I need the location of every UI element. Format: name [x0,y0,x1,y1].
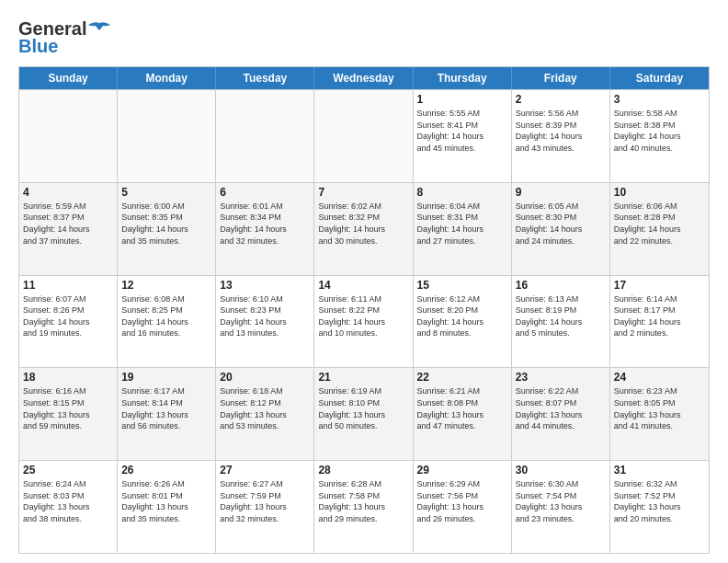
day-info: Sunrise: 5:55 AM Sunset: 8:41 PM Dayligh… [417,108,507,154]
day-info: Sunrise: 6:13 AM Sunset: 8:19 PM Dayligh… [516,293,606,339]
logo-bird-icon [86,21,112,38]
day-info: Sunrise: 6:30 AM Sunset: 7:54 PM Dayligh… [516,478,606,524]
day-info: Sunrise: 6:00 AM Sunset: 8:35 PM Dayligh… [121,201,211,247]
day-info: Sunrise: 6:05 AM Sunset: 8:30 PM Dayligh… [516,201,606,247]
day-info: Sunrise: 6:27 AM Sunset: 7:59 PM Dayligh… [220,478,310,524]
calendar-header-row: SundayMondayTuesdayWednesdayThursdayFrid… [19,67,709,89]
day-info: Sunrise: 6:02 AM Sunset: 8:32 PM Dayligh… [318,201,408,247]
cal-cell: 18Sunrise: 6:16 AM Sunset: 8:15 PM Dayli… [19,368,118,460]
day-number: 28 [318,464,408,477]
day-number: 4 [23,186,113,199]
cal-cell: 4Sunrise: 5:59 AM Sunset: 8:37 PM Daylig… [19,183,118,275]
day-info: Sunrise: 6:18 AM Sunset: 8:12 PM Dayligh… [220,385,310,431]
cal-cell: 10Sunrise: 6:06 AM Sunset: 8:28 PM Dayli… [610,183,709,275]
day-number: 24 [614,371,705,384]
cal-cell: 17Sunrise: 6:14 AM Sunset: 8:17 PM Dayli… [610,276,709,368]
day-info: Sunrise: 5:56 AM Sunset: 8:39 PM Dayligh… [516,108,606,154]
cal-cell: 15Sunrise: 6:12 AM Sunset: 8:20 PM Dayli… [414,276,512,368]
cal-cell: 22Sunrise: 6:21 AM Sunset: 8:08 PM Dayli… [414,368,512,460]
cal-week-4: 18Sunrise: 6:16 AM Sunset: 8:15 PM Dayli… [19,367,709,460]
cal-cell: 9Sunrise: 6:05 AM Sunset: 8:30 PM Daylig… [512,183,610,275]
day-number: 2 [516,93,606,106]
cal-cell: 1Sunrise: 5:55 AM Sunset: 8:41 PM Daylig… [414,90,512,182]
day-number: 11 [23,279,113,292]
day-number: 12 [121,279,211,292]
cal-cell: 5Sunrise: 6:00 AM Sunset: 8:35 PM Daylig… [118,183,216,275]
cal-cell: 16Sunrise: 6:13 AM Sunset: 8:19 PM Dayli… [512,276,610,368]
day-info: Sunrise: 6:12 AM Sunset: 8:20 PM Dayligh… [417,293,507,339]
day-info: Sunrise: 6:07 AM Sunset: 8:26 PM Dayligh… [23,293,113,339]
day-info: Sunrise: 6:11 AM Sunset: 8:22 PM Dayligh… [318,293,408,339]
day-info: Sunrise: 6:14 AM Sunset: 8:17 PM Dayligh… [614,293,705,339]
day-number: 16 [516,279,606,292]
cal-header-thursday: Thursday [414,67,512,89]
day-info: Sunrise: 6:28 AM Sunset: 7:58 PM Dayligh… [318,478,408,524]
cal-cell: 13Sunrise: 6:10 AM Sunset: 8:23 PM Dayli… [216,276,314,368]
cal-cell: 3Sunrise: 5:58 AM Sunset: 8:38 PM Daylig… [610,90,709,182]
cal-header-friday: Friday [512,67,610,89]
cal-cell: 14Sunrise: 6:11 AM Sunset: 8:22 PM Dayli… [314,276,413,368]
cal-cell: 28Sunrise: 6:28 AM Sunset: 7:58 PM Dayli… [314,461,413,553]
cal-cell: 25Sunrise: 6:24 AM Sunset: 8:03 PM Dayli… [19,461,118,553]
calendar: SundayMondayTuesdayWednesdayThursdayFrid… [18,66,710,554]
day-number: 5 [121,186,211,199]
day-info: Sunrise: 5:59 AM Sunset: 8:37 PM Dayligh… [23,201,113,247]
day-info: Sunrise: 6:08 AM Sunset: 8:25 PM Dayligh… [121,293,211,339]
day-number: 6 [220,186,310,199]
day-number: 26 [121,464,211,477]
day-info: Sunrise: 6:16 AM Sunset: 8:15 PM Dayligh… [23,385,113,431]
day-info: Sunrise: 6:04 AM Sunset: 8:31 PM Dayligh… [417,201,507,247]
cal-cell: 19Sunrise: 6:17 AM Sunset: 8:14 PM Dayli… [118,368,216,460]
cal-cell: 12Sunrise: 6:08 AM Sunset: 8:25 PM Dayli… [118,276,216,368]
cal-header-tuesday: Tuesday [216,67,314,89]
cal-cell: 23Sunrise: 6:22 AM Sunset: 8:07 PM Dayli… [512,368,610,460]
cal-cell [19,90,118,182]
cal-cell: 6Sunrise: 6:01 AM Sunset: 8:34 PM Daylig… [216,183,314,275]
cal-cell: 7Sunrise: 6:02 AM Sunset: 8:32 PM Daylig… [314,183,413,275]
cal-cell: 2Sunrise: 5:56 AM Sunset: 8:39 PM Daylig… [512,90,610,182]
day-number: 18 [23,371,113,384]
day-number: 30 [516,464,606,477]
page: General Blue SundayMondayTuesdayWednesda… [0,0,728,563]
day-number: 17 [614,279,705,292]
header: General Blue [18,18,710,57]
cal-cell [216,90,314,182]
day-number: 19 [121,371,211,384]
day-info: Sunrise: 6:19 AM Sunset: 8:10 PM Dayligh… [318,385,408,431]
cal-cell: 31Sunrise: 6:32 AM Sunset: 7:52 PM Dayli… [610,461,709,553]
day-number: 31 [614,464,705,477]
day-info: Sunrise: 6:32 AM Sunset: 7:52 PM Dayligh… [614,478,705,524]
logo: General Blue [18,18,112,57]
day-number: 20 [220,371,310,384]
cal-cell: 30Sunrise: 6:30 AM Sunset: 7:54 PM Dayli… [512,461,610,553]
cal-week-1: 1Sunrise: 5:55 AM Sunset: 8:41 PM Daylig… [19,89,709,182]
day-info: Sunrise: 6:17 AM Sunset: 8:14 PM Dayligh… [121,385,211,431]
day-number: 8 [417,186,507,199]
day-number: 25 [23,464,113,477]
cal-cell: 26Sunrise: 6:26 AM Sunset: 8:01 PM Dayli… [118,461,216,553]
day-number: 27 [220,464,310,477]
cal-cell: 24Sunrise: 6:23 AM Sunset: 8:05 PM Dayli… [610,368,709,460]
cal-header-sunday: Sunday [19,67,118,89]
day-number: 3 [614,93,705,106]
cal-cell: 20Sunrise: 6:18 AM Sunset: 8:12 PM Dayli… [216,368,314,460]
day-info: Sunrise: 6:21 AM Sunset: 8:08 PM Dayligh… [417,385,507,431]
day-info: Sunrise: 5:58 AM Sunset: 8:38 PM Dayligh… [614,108,705,154]
day-number: 1 [417,93,507,106]
cal-cell [314,90,413,182]
day-info: Sunrise: 6:24 AM Sunset: 8:03 PM Dayligh… [23,478,113,524]
day-info: Sunrise: 6:22 AM Sunset: 8:07 PM Dayligh… [516,385,606,431]
cal-week-3: 11Sunrise: 6:07 AM Sunset: 8:26 PM Dayli… [19,275,709,368]
day-info: Sunrise: 6:01 AM Sunset: 8:34 PM Dayligh… [220,201,310,247]
day-info: Sunrise: 6:10 AM Sunset: 8:23 PM Dayligh… [220,293,310,339]
day-number: 10 [614,186,705,199]
day-info: Sunrise: 6:29 AM Sunset: 7:56 PM Dayligh… [417,478,507,524]
cal-cell: 21Sunrise: 6:19 AM Sunset: 8:10 PM Dayli… [314,368,413,460]
logo-blue: Blue [18,36,58,57]
cal-header-wednesday: Wednesday [314,67,413,89]
cal-header-monday: Monday [118,67,216,89]
day-number: 7 [318,186,408,199]
day-number: 9 [516,186,606,199]
cal-header-saturday: Saturday [610,67,709,89]
day-info: Sunrise: 6:06 AM Sunset: 8:28 PM Dayligh… [614,201,705,247]
